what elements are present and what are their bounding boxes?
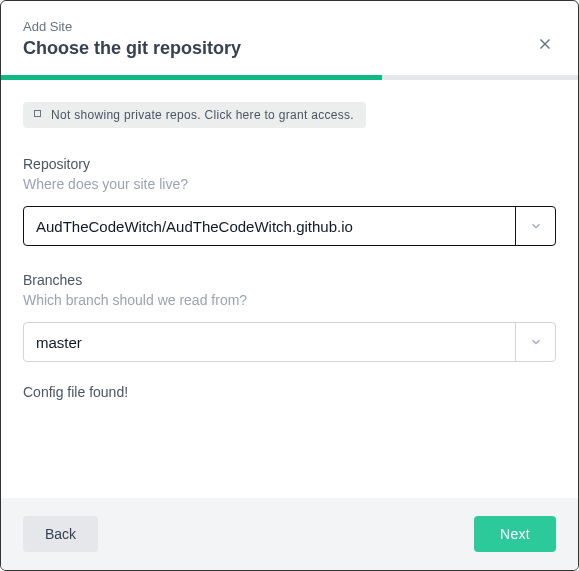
back-button[interactable]: Back [23, 516, 98, 552]
next-button[interactable]: Next [474, 516, 556, 552]
branches-field-group: Branches Which branch should we read fro… [23, 272, 556, 362]
repository-value: AudTheCodeWitch/AudTheCodeWitch.github.i… [24, 218, 515, 235]
modal-footer: Back Next [1, 498, 578, 570]
notice-text: Not showing private repos. Click here to… [51, 108, 354, 122]
close-button[interactable] [536, 35, 554, 53]
progress-bar [1, 75, 578, 80]
private-repos-notice[interactable]: Not showing private repos. Click here to… [23, 102, 366, 128]
branches-value: master [24, 334, 515, 351]
repository-label: Repository [23, 156, 556, 172]
config-status: Config file found! [23, 384, 556, 400]
branches-select[interactable]: master [23, 322, 556, 362]
modal-content: Not showing private repos. Click here to… [1, 80, 578, 498]
repository-select[interactable]: AudTheCodeWitch/AudTheCodeWitch.github.i… [23, 206, 556, 246]
branches-hint: Which branch should we read from? [23, 292, 556, 308]
chevron-down-icon [529, 219, 543, 233]
add-site-modal: Add Site Choose the git repository Not s… [0, 0, 579, 571]
chevron-down-icon [529, 335, 543, 349]
branches-label: Branches [23, 272, 556, 288]
progress-fill [1, 75, 382, 80]
repository-hint: Where does your site live? [23, 176, 556, 192]
modal-title: Choose the git repository [23, 38, 556, 59]
modal-header: Add Site Choose the git repository [1, 1, 578, 75]
close-icon [536, 35, 554, 53]
info-icon [31, 109, 43, 121]
branches-dropdown-toggle[interactable] [515, 323, 555, 361]
repository-field-group: Repository Where does your site live? Au… [23, 156, 556, 246]
modal-subtitle: Add Site [23, 19, 556, 34]
repository-dropdown-toggle[interactable] [515, 207, 555, 245]
